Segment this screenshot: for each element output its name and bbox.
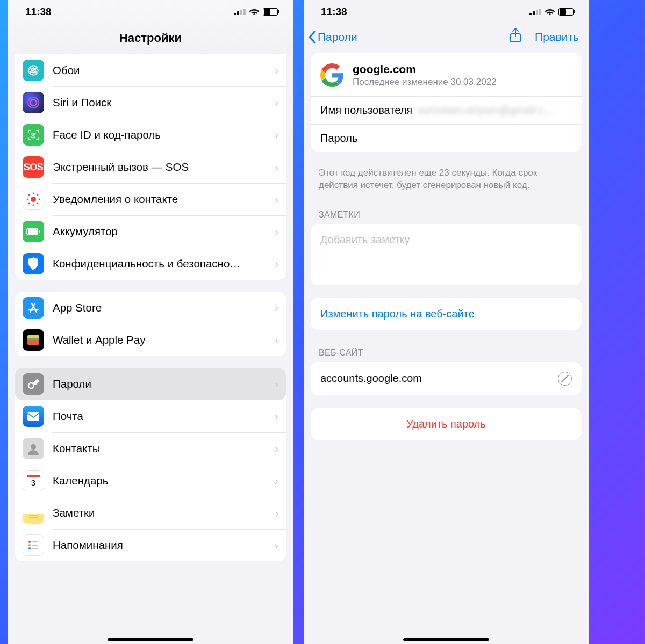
chevron-right-icon: › bbox=[275, 539, 278, 552]
chevron-right-icon: › bbox=[275, 258, 278, 270]
chevron-right-icon: › bbox=[275, 475, 278, 487]
svg-rect-20 bbox=[28, 229, 37, 234]
chevron-left-icon bbox=[308, 31, 317, 44]
row-passwords[interactable]: Пароли › bbox=[15, 368, 286, 400]
chevron-right-icon: › bbox=[275, 193, 278, 206]
svg-rect-27 bbox=[27, 475, 40, 477]
website-row[interactable]: accounts.google.com bbox=[311, 362, 582, 395]
row-label: Обои bbox=[53, 64, 275, 77]
share-button[interactable] bbox=[509, 28, 522, 46]
chevron-right-icon: › bbox=[275, 410, 278, 423]
home-indicator[interactable] bbox=[108, 638, 194, 641]
delete-password-button[interactable]: Удалить пароль bbox=[311, 408, 582, 440]
wifi-icon bbox=[249, 8, 260, 16]
google-logo-icon bbox=[320, 63, 344, 87]
site-subtitle: Последнее изменение 30.03.2022 bbox=[353, 77, 497, 88]
svg-point-10 bbox=[33, 193, 34, 194]
username-row[interactable]: Имя пользователя surovtsev.artyom@gmail.… bbox=[311, 96, 582, 124]
battery-icon bbox=[263, 8, 278, 16]
svg-point-13 bbox=[39, 199, 40, 200]
appstore-icon bbox=[23, 297, 44, 319]
svg-point-1 bbox=[32, 69, 34, 71]
svg-point-8 bbox=[34, 133, 35, 134]
username-label: Имя пользователя bbox=[320, 104, 412, 117]
wallet-icon bbox=[23, 329, 44, 351]
svg-point-14 bbox=[28, 194, 30, 196]
svg-point-12 bbox=[27, 199, 28, 200]
calendar-icon: 3 bbox=[23, 470, 44, 491]
chevron-right-icon: › bbox=[275, 97, 278, 109]
svg-point-9 bbox=[31, 197, 36, 202]
row-exposure[interactable]: Уведомления о контакте › bbox=[15, 183, 286, 215]
row-siri[interactable]: Siri и Поиск › bbox=[15, 86, 286, 119]
svg-rect-19 bbox=[39, 230, 40, 233]
notes-icon bbox=[23, 502, 44, 524]
svg-text:3: 3 bbox=[31, 478, 35, 487]
row-label: Пароли bbox=[53, 378, 275, 390]
cellular-icon bbox=[234, 9, 246, 15]
website-header: ВЕБ-САЙТ bbox=[304, 330, 589, 362]
svg-point-7 bbox=[31, 133, 32, 134]
row-label: Аккумулятор bbox=[53, 225, 275, 238]
chevron-right-icon: › bbox=[275, 161, 278, 173]
notes-header: ЗАМЕТКИ bbox=[304, 192, 589, 224]
row-mail[interactable]: Почта › bbox=[15, 400, 286, 432]
settings-group-3: Пароли › Почта › Контакты › 3 Календарь … bbox=[15, 368, 286, 561]
site-header: google.com Последнее изменение 30.03.202… bbox=[311, 53, 582, 96]
row-label: Почта bbox=[53, 410, 275, 423]
credential-card: google.com Последнее изменение 30.03.202… bbox=[311, 53, 582, 152]
svg-point-15 bbox=[37, 194, 39, 196]
svg-point-32 bbox=[28, 544, 31, 546]
edit-button[interactable]: Править bbox=[535, 31, 579, 44]
battery-icon bbox=[558, 8, 574, 16]
cellular-icon bbox=[529, 9, 541, 15]
row-calendar[interactable]: 3 Календарь › bbox=[15, 465, 286, 497]
password-row[interactable]: Пароль bbox=[311, 124, 582, 152]
siri-icon bbox=[23, 92, 44, 113]
home-indicator[interactable] bbox=[403, 638, 489, 641]
settings-group-2: App Store › Wallet и Apple Pay › bbox=[15, 292, 286, 356]
code-validity-note: Этот код действителен еще 23 секунды. Ко… bbox=[304, 152, 589, 192]
svg-point-17 bbox=[37, 203, 39, 205]
row-privacy[interactable]: Конфиденциальность и безопасно… › bbox=[15, 248, 286, 280]
svg-point-11 bbox=[33, 205, 34, 206]
privacy-icon bbox=[23, 253, 44, 274]
back-button[interactable]: Пароли bbox=[308, 31, 357, 44]
sos-icon: SOS bbox=[23, 156, 44, 178]
row-label: Напоминания bbox=[53, 539, 275, 552]
chevron-right-icon: › bbox=[275, 334, 278, 346]
svg-point-33 bbox=[28, 547, 31, 549]
chevron-right-icon: › bbox=[275, 507, 278, 519]
chevron-right-icon: › bbox=[275, 302, 278, 314]
chevron-right-icon: › bbox=[275, 64, 278, 77]
row-reminders[interactable]: Напоминания › bbox=[15, 529, 286, 561]
svg-rect-25 bbox=[27, 412, 39, 421]
row-label: Календарь bbox=[53, 474, 275, 487]
chevron-right-icon: › bbox=[275, 226, 278, 238]
website-value: accounts.google.com bbox=[320, 372, 422, 385]
row-label: Face ID и код-пароль bbox=[53, 128, 275, 141]
share-icon bbox=[509, 28, 522, 43]
change-password-link[interactable]: Изменить пароль на веб-сайте bbox=[311, 298, 582, 330]
settings-screen: 11:38 Настройки Обои › Siri и Поиск bbox=[8, 0, 293, 644]
settings-group-1: Обои › Siri и Поиск › Face ID и код-паро… bbox=[15, 54, 286, 280]
battery-row-icon bbox=[23, 221, 44, 242]
notes-field[interactable]: Добавить заметку bbox=[311, 224, 582, 285]
svg-point-26 bbox=[31, 444, 36, 450]
username-value: surovtsev.artyom@gmail.c… bbox=[418, 104, 572, 117]
wifi-icon bbox=[544, 8, 555, 16]
row-notes[interactable]: Заметки › bbox=[15, 497, 286, 529]
row-contacts[interactable]: Контакты › bbox=[15, 432, 286, 465]
row-faceid[interactable]: Face ID и код-пароль › bbox=[15, 119, 286, 151]
row-sos[interactable]: SOS Экстренный вызов — SOS › bbox=[15, 151, 286, 183]
row-label: Контакты bbox=[53, 442, 275, 455]
row-label: App Store bbox=[53, 301, 275, 314]
row-wallpaper[interactable]: Обои › bbox=[15, 54, 286, 86]
site-name: google.com bbox=[353, 63, 497, 76]
row-appstore[interactable]: App Store › bbox=[15, 292, 286, 324]
faceid-icon bbox=[23, 124, 44, 146]
row-battery[interactable]: Аккумулятор › bbox=[15, 215, 286, 248]
row-wallet[interactable]: Wallet и Apple Pay › bbox=[15, 324, 286, 356]
row-label: Заметки bbox=[53, 506, 275, 519]
row-label: Siri и Поиск bbox=[53, 96, 275, 109]
